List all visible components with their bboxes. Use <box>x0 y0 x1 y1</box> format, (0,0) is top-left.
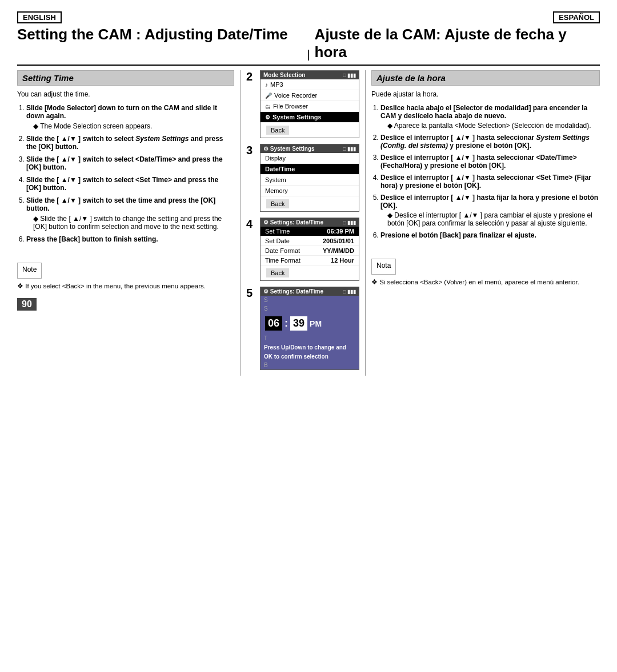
nota-bullets-es: Si selecciona <Back> (Volver) en el menú… <box>371 278 600 286</box>
screen2-back: Back <box>266 126 289 135</box>
press-instructions: Press Up/Down to change and <box>261 343 359 352</box>
screen3-memory: Memory <box>261 186 359 196</box>
es-step-2: Deslice el interruptor [ ▲/▼ ] hasta sel… <box>380 134 600 150</box>
screen3-wrapper: 3 ⚙ System Settings □ ▮▮▮ Display Date/T… <box>246 144 359 212</box>
en-step-1: Slide [Mode Selector] down to turn on th… <box>26 104 234 130</box>
screen4-box: ⚙ Settings: Date/Time □ ▮▮▮ Set Time 06:… <box>260 218 359 281</box>
note-bullets-en: If you select <Back> in the menu, the pr… <box>17 282 234 290</box>
es-step-4: Deslice el interruptor [ ▲/▼ ] hasta sel… <box>380 174 600 190</box>
screen2-wrapper: 2 Mode Selection □ ▮▮▮ ♪ MP3 🎤 Voice Rec… <box>246 70 359 138</box>
screen4-icons: □ ▮▮▮ <box>343 220 356 226</box>
espanol-intro: Puede ajustar la hora. <box>371 90 600 98</box>
screen3-box: ⚙ System Settings □ ▮▮▮ Display Date/Tim… <box>260 144 359 212</box>
title-right: Ajuste de la CAM: Ajuste de fecha y hora <box>315 26 600 61</box>
en-step-5: Slide the [ ▲/▼ ] switch to set the time… <box>26 196 234 231</box>
english-steps: Slide [Mode Selector] down to turn on th… <box>17 104 234 243</box>
note-title-en: Note <box>22 265 37 273</box>
es-step-3: Deslice el interruptor [ ▲/▼ ] hasta sel… <box>380 154 600 170</box>
screen5-icons: □ ▮▮▮ <box>343 289 356 295</box>
screen3-title: ⚙ System Settings □ ▮▮▮ <box>261 144 359 153</box>
es-step-1: Deslice hacia abajo el [Selector de moda… <box>380 104 600 130</box>
screen5-title: ⚙ Settings: Date/Time □ ▮▮▮ <box>261 287 359 296</box>
nota-bullet-es-1: Si selecciona <Back> (Volver) en el menú… <box>371 278 600 286</box>
english-section-heading: Setting Time <box>17 70 234 86</box>
es-step-1-sub: Aparece la pantalla <Mode Selection> (Se… <box>387 122 600 130</box>
es-step-6: Presione el botón [Back] para finalizar … <box>380 231 600 239</box>
english-badge: ENGLISH <box>17 11 62 23</box>
screen4-title: ⚙ Settings: Date/Time □ ▮▮▮ <box>261 218 359 227</box>
en-step-5-sub: Slide the [ ▲/▼ ] switch to change the s… <box>33 215 234 231</box>
screen5-box: ⚙ Settings: Date/Time □ ▮▮▮ S S 06 : 39 … <box>260 287 359 370</box>
nota-title-es: Nota <box>376 261 391 269</box>
screen4-wrapper: 4 ⚙ Settings: Date/Time □ ▮▮▮ Set Time 0… <box>246 218 359 281</box>
screens-pane: 2 Mode Selection □ ▮▮▮ ♪ MP3 🎤 Voice Rec… <box>240 70 366 376</box>
screen2-file: 🗂 File Browser <box>261 101 359 112</box>
screen2-icons: □ ▮▮▮ <box>343 73 356 78</box>
screen3-num: 3 <box>246 144 257 157</box>
screen2-voice: 🎤 Voice Recorder <box>261 90 359 101</box>
note-bullet-en-1: If you select <Back> in the menu, the pr… <box>17 282 234 290</box>
screen2-system: ⚙ System Settings <box>261 112 359 123</box>
time-seg-minutes: 39 <box>290 316 307 331</box>
time-ampm: PM <box>310 319 322 328</box>
screen3-icons: □ ▮▮▮ <box>343 146 356 152</box>
espanol-pane: Ajuste de la hora Puede ajustar la hora.… <box>366 70 600 376</box>
english-pane: Setting Time You can adjust the time. Sl… <box>17 70 240 376</box>
en-step-1-sub: The Mode Selection screen appears. <box>33 122 234 130</box>
dt-set-date: Set Date 2005/01/01 <box>261 236 359 246</box>
english-intro: You can adjust the time. <box>17 90 234 98</box>
en-step-4: Slide the [ ▲/▼ ] switch to select <Set … <box>26 176 234 192</box>
screen5-wrapper: 5 ⚙ Settings: Date/Time □ ▮▮▮ S S 06 : 3… <box>246 287 359 370</box>
espanol-section-heading: Ajuste de la hora <box>371 70 600 86</box>
en-step-3: Slide the [ ▲/▼ ] switch to select <Date… <box>26 155 234 171</box>
screen2-num: 2 <box>246 70 257 83</box>
en-step-6: Press the [Back] button to finish settin… <box>26 235 234 243</box>
es-step-5-sub: Deslice el interruptor [ ▲/▼ ] para camb… <box>387 211 600 227</box>
dt-set-time: Set Time 06:39 PM <box>261 227 359 236</box>
main-title: Setting the CAM : Adjusting Date/Time | … <box>17 26 600 66</box>
espanol-steps: Deslice hacia abajo el [Selector de moda… <box>371 104 600 239</box>
screen4-back: Back <box>266 268 289 277</box>
note-box-en: Note <box>17 263 42 279</box>
screen2-title: Mode Selection □ ▮▮▮ <box>261 71 359 79</box>
dt-date-format: Date Format YY/MM/DD <box>261 246 359 256</box>
nota-box-es: Nota <box>371 259 396 275</box>
es-step-5: Deslice el interruptor [ ▲/▼ ] hasta fij… <box>380 194 600 227</box>
screen3-datetime: Date/Time <box>261 164 359 175</box>
time-display: 06 : 39 PM <box>261 313 359 334</box>
screen3-system: System <box>261 175 359 186</box>
time-seg-hours: 06 <box>265 316 282 331</box>
page-number: 90 <box>17 298 37 311</box>
dt-time-format: Time Format 12 Hour <box>261 256 359 265</box>
espanol-badge: ESPAÑOL <box>553 11 600 23</box>
screen4-num: 4 <box>246 218 257 231</box>
screen3-display: Display <box>261 153 359 164</box>
screen2-mp3: ♪ MP3 <box>261 79 359 90</box>
screen5-num: 5 <box>246 287 257 300</box>
press-instructions2: OK to confirm selection <box>261 352 359 361</box>
screen3-back: Back <box>266 199 289 208</box>
screen2-box: Mode Selection □ ▮▮▮ ♪ MP3 🎤 Voice Recor… <box>260 70 359 138</box>
en-step-2: Slide the [ ▲/▼ ] switch to select Syste… <box>26 135 234 151</box>
title-left: Setting the CAM : Adjusting Date/Time <box>17 26 302 61</box>
